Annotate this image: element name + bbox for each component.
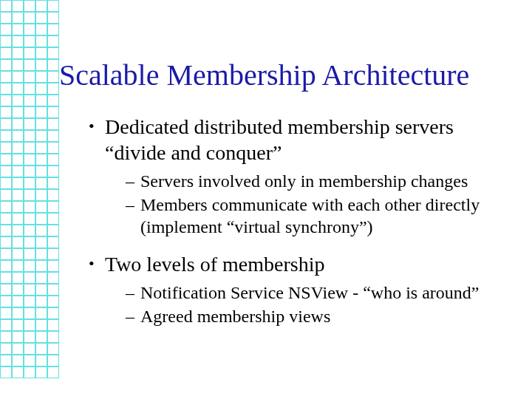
bullet-text: Dedicated distributed membership servers… [105, 115, 454, 164]
slide-content: Scalable Membership Architecture Dedicat… [0, 0, 532, 327]
bullet-item: Dedicated distributed membership servers… [89, 114, 502, 238]
sub-bullet-item: Servers involved only in membership chan… [126, 170, 502, 192]
sub-bullet-text: Members communicate with each other dire… [140, 195, 480, 236]
sub-bullet-item: Members communicate with each other dire… [126, 194, 502, 238]
sub-bullet-text: Agreed membership views [140, 307, 330, 326]
sub-bullet-text: Servers involved only in membership chan… [140, 171, 468, 191]
bullet-list: Dedicated distributed membership servers… [59, 114, 502, 327]
sub-bullet-text: Notification Service NSView - “who is ar… [140, 283, 479, 302]
sub-bullet-list: Servers involved only in membership chan… [105, 170, 502, 238]
sub-bullet-item: Agreed membership views [126, 305, 502, 327]
slide-title: Scalable Membership Architecture [59, 59, 502, 92]
bullet-item: Two levels of membership Notification Se… [89, 251, 502, 327]
bullet-text: Two levels of membership [105, 253, 324, 276]
sub-bullet-item: Notification Service NSView - “who is ar… [126, 282, 502, 304]
sub-bullet-list: Notification Service NSView - “who is ar… [105, 282, 502, 327]
